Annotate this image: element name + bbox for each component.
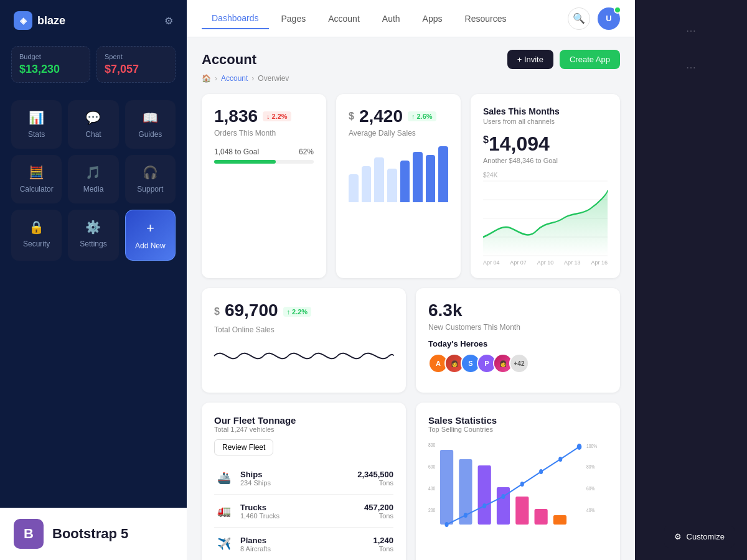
calculator-icon: 🧮 [29,165,44,180]
chat-label: Chat [85,130,101,139]
third-row: Our Fleet Tonnage Total 1,247 vehicles R… [202,403,620,560]
budget-cards: Budget $13,230 Spent $7,057 [0,41,187,94]
svg-point-19 [501,494,505,499]
hero-more: +42 [509,353,529,373]
fleet-row-trucks: 🚛 Trucks 1,460 Trucks 457,200 Tons [214,495,393,528]
svg-point-20 [520,482,524,487]
nav-account[interactable]: Account [318,9,370,29]
sidebar-item-guides[interactable]: 📖 Guides [125,100,176,149]
orders-progress: 1,048 to Goal 62% [214,147,314,164]
breadcrumb-overwiev: Overwiev [258,74,289,83]
review-fleet-button[interactable]: Review Fleet [214,439,273,455]
goal-text: 1,048 to Goal [214,147,259,156]
sales-month-sub: Users from all channels [483,118,608,125]
top-nav: Dashboards Pages Account Auth Apps Resou… [187,0,635,37]
svg-text:60%: 60% [586,485,595,492]
ships-icon: 🚢 [214,468,234,488]
sidebar-item-chat[interactable]: 💬 Chat [68,100,118,149]
ships-count: 234 Ships [240,479,271,487]
svg-point-23 [577,444,582,450]
sales-month-value: $14,094 [483,133,608,156]
page-title: Account [202,52,256,68]
online-badge [614,6,621,14]
trucks-amount: 457,200 [364,503,393,512]
right-panel-icon-1[interactable]: ⋯ [686,25,696,37]
nav-apps[interactable]: Apps [413,9,453,29]
orders-value: 1,836 [214,106,258,126]
sales-stats-sub: Top Selling Countries [428,426,608,433]
bootstrap-icon: B [14,519,44,549]
sidebar-item-calculator[interactable]: 🧮 Calculator [11,155,62,203]
svg-point-18 [482,503,486,508]
spent-label: Spent [105,53,167,60]
heroes-label: Today's Heroes [428,339,608,348]
support-label: Support [137,185,163,194]
logo-icon: ◈ [14,11,32,30]
bar-chart [349,146,448,202]
customize-icon: ⚙ [674,532,682,541]
sales-month-title: Sales This Months [483,106,608,116]
svg-text:800: 800 [428,442,436,448]
budget-card: Budget $13,230 [11,46,90,83]
bootstrap-badge: B Bootstrap 5 [0,508,187,560]
svg-point-21 [539,469,543,474]
nav-grid: 📊 Stats 💬 Chat 📖 Guides 🧮 Calculator 🎵 M… [0,94,187,267]
planes-name: Planes [240,536,271,545]
daily-change: ↑ 2.6% [408,111,436,121]
top-nav-actions: 🔍 U [568,7,620,30]
menu-icon[interactable]: ⚙ [164,15,173,27]
fleet-card: Our Fleet Tonnage Total 1,247 vehicles R… [202,403,406,560]
fleet-title: Our Fleet Tonnage [214,415,393,426]
sidebar-item-add-new[interactable]: + Add New [125,210,176,261]
trucks-count: 1,460 Trucks [240,512,280,520]
right-panel-icon-2[interactable]: ⋯ [686,62,696,73]
calculator-label: Calculator [20,185,54,194]
breadcrumb-home: 🏠 [202,74,211,83]
svg-text:80%: 80% [586,464,595,470]
chat-icon: 💬 [85,110,101,125]
invite-button[interactable]: + Invite [507,50,553,69]
svg-rect-9 [440,450,453,525]
orders-label: Orders This Month [214,129,314,138]
stats-icon: 📊 [29,110,44,125]
sidebar-item-media[interactable]: 🎵 Media [68,155,118,203]
progress-bar-bg [214,160,314,164]
user-avatar[interactable]: U [598,7,620,30]
nav-auth[interactable]: Auth [372,9,410,29]
sidebar-item-stats[interactable]: 📊 Stats [11,100,62,149]
bar-7-highlight [426,155,436,203]
support-icon: 🎧 [143,165,158,180]
nav-dashboards[interactable]: Dashboards [202,8,269,29]
search-button[interactable]: 🔍 [568,7,590,30]
sidebar-item-support[interactable]: 🎧 Support [125,155,176,203]
svg-rect-11 [478,465,491,525]
ships-unit: Tons [357,479,393,487]
nav-resources[interactable]: Resources [455,9,517,29]
bar-2 [362,166,372,203]
heroes-section: Today's Heroes A 👩 S P 👩 +42 [428,339,608,373]
daily-label: Average Daily Sales [349,129,448,138]
sales-stats-card: Sales Statistics Top Selling Countries 8… [416,403,620,560]
sales-stats-title: Sales Statistics [428,415,608,426]
main-content: Dashboards Pages Account Auth Apps Resou… [187,0,635,560]
svg-text:200: 200 [428,507,436,513]
sidebar-item-security[interactable]: 🔒 Security [11,210,62,261]
svg-text:600: 600 [428,464,436,470]
nav-pages[interactable]: Pages [271,9,316,29]
trucks-name: Trucks [240,503,280,512]
orders-change: ↓ 2.2% [263,111,291,121]
fleet-sub: Total 1,247 vehicles [214,426,393,433]
svg-rect-14 [535,509,548,525]
create-app-button[interactable]: Create App [560,50,620,69]
svg-rect-15 [553,515,566,525]
online-sales-change: ↑ 2.2% [283,307,312,317]
customize-button[interactable]: ⚙ Customize [664,526,735,548]
breadcrumb-account[interactable]: Account [221,74,248,83]
sidebar-item-settings[interactable]: ⚙️ Settings [68,210,118,261]
guides-label: Guides [138,130,162,139]
svg-text:40%: 40% [586,507,595,513]
svg-point-17 [464,513,467,518]
new-customers-card: 6.3k New Customers This Month Today's He… [416,288,620,393]
trucks-unit: Tons [364,512,393,520]
svg-point-16 [445,522,449,527]
